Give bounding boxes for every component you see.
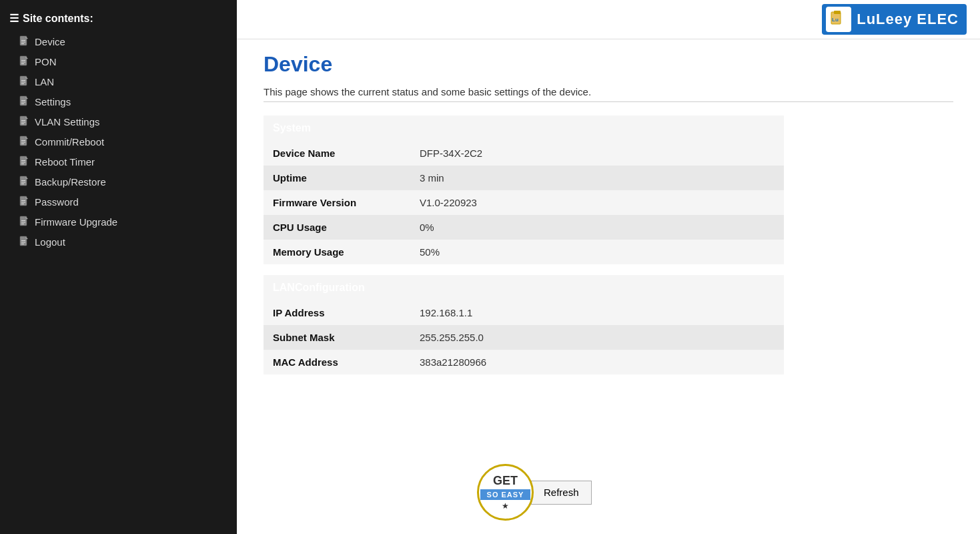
sidebar-title-icon: ☰ — [9, 12, 19, 25]
svg-rect-14 — [21, 83, 24, 84]
svg-rect-2 — [21, 40, 25, 41]
system-section-header: System — [264, 115, 784, 141]
row-label: Uptime — [264, 166, 410, 190]
sidebar-item-vlan-settings[interactable]: VLAN Settings — [0, 111, 237, 131]
table-row: CPU Usage 0% — [264, 215, 784, 240]
doc-icon — [19, 136, 29, 148]
sidebar-item-label: Settings — [35, 96, 71, 107]
sidebar-item-label: Logout — [35, 236, 65, 248]
svg-rect-24 — [21, 123, 24, 124]
doc-icon — [19, 75, 29, 87]
svg-rect-53 — [21, 242, 25, 243]
get-so-easy-badge: GET SO EASY ★ — [477, 464, 534, 521]
sidebar-item-label: Reboot Timer — [35, 156, 95, 168]
doc-icon — [19, 156, 29, 168]
sidebar-item-label: Commit/Reboot — [35, 136, 104, 148]
sidebar-item-label: Password — [35, 196, 79, 208]
top-bar: Lu LuLeey ELEC — [237, 0, 980, 39]
row-value: 192.168.1.1 — [410, 300, 784, 325]
divider — [264, 101, 953, 102]
row-value: 255.255.255.0 — [410, 325, 784, 350]
sidebar-item-label: LAN — [35, 76, 54, 87]
table-row: Subnet Mask 255.255.255.0 — [264, 325, 784, 350]
sidebar-item-label: Firmware Upgrade — [35, 216, 117, 228]
sidebar-item-device[interactable]: Device — [0, 31, 237, 51]
doc-icon — [19, 95, 29, 107]
sidebar-item-label: Backup/Restore — [35, 176, 106, 188]
svg-rect-27 — [21, 140, 25, 141]
content-area: Device This page shows the current statu… — [237, 39, 980, 534]
sidebar-item-commit-reboot[interactable]: Commit/Reboot — [0, 131, 237, 152]
svg-rect-9 — [21, 63, 24, 64]
svg-rect-44 — [21, 204, 24, 204]
row-label: IP Address — [264, 300, 410, 325]
sidebar-item-logout[interactable]: Logout — [0, 232, 237, 252]
badge-star: ★ — [502, 501, 509, 511]
svg-rect-4 — [21, 43, 24, 44]
sidebar: ☰ Site contents: Device PON — [0, 0, 237, 534]
svg-rect-48 — [21, 222, 25, 223]
sidebar-item-backup-restore[interactable]: Backup/Restore — [0, 172, 237, 192]
doc-icon — [19, 196, 29, 208]
svg-rect-7 — [21, 60, 25, 61]
table-row: Device Name DFP-34X-2C2 — [264, 141, 784, 166]
doc-icon — [19, 236, 29, 248]
sidebar-item-lan[interactable]: LAN — [0, 71, 237, 91]
svg-rect-57 — [834, 11, 841, 14]
row-label: Firmware Version — [264, 190, 410, 215]
row-value: 383a21280966 — [410, 350, 784, 374]
sidebar-item-reboot-timer[interactable]: Reboot Timer — [0, 152, 237, 172]
main-content: Lu LuLeey ELEC Device This page shows th… — [237, 0, 980, 534]
svg-rect-18 — [21, 102, 25, 103]
svg-rect-39 — [21, 184, 24, 184]
page-title: Device — [264, 52, 953, 77]
row-value: V1.0-220923 — [410, 190, 784, 215]
row-label: Device Name — [264, 141, 410, 166]
row-label: CPU Usage — [264, 215, 410, 240]
table-row: Uptime 3 min — [264, 166, 784, 190]
svg-rect-8 — [21, 62, 25, 63]
svg-rect-49 — [21, 224, 24, 224]
svg-rect-37 — [21, 180, 25, 181]
svg-rect-38 — [21, 182, 25, 183]
svg-rect-47 — [21, 220, 25, 221]
page-description: This page shows the current status and s… — [264, 86, 953, 97]
svg-rect-52 — [21, 240, 25, 241]
row-label: Memory Usage — [264, 240, 410, 264]
sidebar-item-firmware-upgrade[interactable]: Firmware Upgrade — [0, 212, 237, 232]
brand-box: Lu LuLeey ELEC — [822, 4, 967, 35]
row-value: 3 min — [410, 166, 784, 190]
badge-so-easy-text: SO EASY — [480, 489, 531, 500]
brand-name: LuLeey ELEC — [857, 11, 959, 28]
svg-rect-42 — [21, 200, 25, 201]
sidebar-header: ☰ Site contents: — [0, 7, 237, 31]
row-value: 50% — [410, 240, 784, 264]
doc-icon — [19, 35, 29, 47]
svg-rect-34 — [21, 164, 24, 164]
svg-rect-23 — [21, 122, 25, 123]
svg-rect-3 — [21, 42, 25, 43]
sidebar-item-pon[interactable]: PON — [0, 51, 237, 71]
sidebar-title: Site contents: — [23, 13, 93, 25]
row-label: Subnet Mask — [264, 325, 410, 350]
doc-icon — [19, 216, 29, 228]
sidebar-item-password[interactable]: Password — [0, 192, 237, 212]
doc-icon — [19, 115, 29, 127]
lan-table: LANConfiguration IP Address 192.168.1.1 … — [264, 275, 784, 374]
row-label: MAC Address — [264, 350, 410, 374]
lan-section-header: LANConfiguration — [264, 275, 784, 300]
svg-rect-12 — [21, 80, 25, 81]
refresh-button[interactable]: Refresh — [531, 481, 592, 505]
doc-icon — [19, 55, 29, 67]
sidebar-item-settings[interactable]: Settings — [0, 91, 237, 111]
svg-rect-32 — [21, 160, 25, 161]
logo-icon: Lu — [827, 8, 850, 31]
svg-rect-13 — [21, 82, 25, 83]
svg-text:Lu: Lu — [832, 17, 839, 23]
sidebar-nav: Device PON LAN — [0, 31, 237, 252]
table-row: Memory Usage 50% — [264, 240, 784, 264]
table-row: IP Address 192.168.1.1 — [264, 300, 784, 325]
table-row: Firmware Version V1.0-220923 — [264, 190, 784, 215]
sidebar-item-label: PON — [35, 56, 57, 67]
svg-rect-43 — [21, 202, 25, 203]
